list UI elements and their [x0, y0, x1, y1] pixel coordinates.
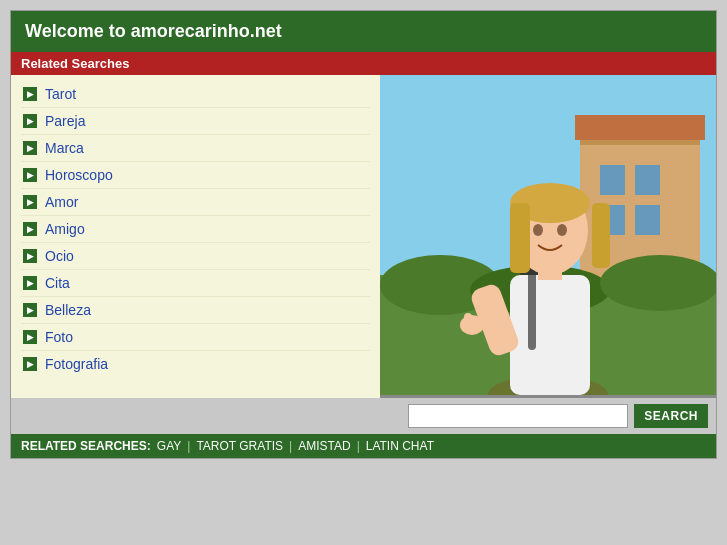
- arrow-icon: ▶: [23, 357, 37, 371]
- footer-links-container: GAY|TAROT GRATIS|AMISTAD|LATIN CHAT: [157, 439, 434, 453]
- link-belleza[interactable]: Belleza: [45, 302, 91, 318]
- arrow-icon: ▶: [23, 330, 37, 344]
- svg-point-21: [557, 224, 567, 236]
- footer-link-amistad[interactable]: AMISTAD: [298, 439, 350, 453]
- arrow-icon: ▶: [23, 114, 37, 128]
- arrow-icon: ▶: [23, 87, 37, 101]
- search-button[interactable]: SEARCH: [634, 404, 708, 428]
- list-item: ▶Horoscopo: [21, 162, 370, 189]
- list-item: ▶Marca: [21, 135, 370, 162]
- svg-point-20: [533, 224, 543, 236]
- link-fotografia[interactable]: Fotografia: [45, 356, 108, 372]
- list-item: ▶Cita: [21, 270, 370, 297]
- related-searches-label: Related Searches: [21, 56, 129, 71]
- list-item: ▶Fotografia: [21, 351, 370, 377]
- link-horoscopo[interactable]: Horoscopo: [45, 167, 113, 183]
- list-item: ▶Foto: [21, 324, 370, 351]
- arrow-icon: ▶: [23, 222, 37, 236]
- footer-link-gay[interactable]: GAY: [157, 439, 181, 453]
- footer-link-latin-chat[interactable]: LATIN CHAT: [366, 439, 434, 453]
- footer-link-tarot-gratis[interactable]: TAROT GRATIS: [196, 439, 283, 453]
- list-item: ▶Amor: [21, 189, 370, 216]
- svg-rect-19: [592, 203, 610, 268]
- svg-rect-24: [464, 313, 472, 333]
- link-pareja[interactable]: Pareja: [45, 113, 85, 129]
- photo-svg: [380, 75, 716, 395]
- svg-rect-4: [575, 115, 705, 140]
- list-item: ▶Belleza: [21, 297, 370, 324]
- svg-rect-8: [635, 205, 660, 235]
- search-bar-row: SEARCH: [11, 398, 716, 434]
- main-container: Welcome to amorecarinho.net Related Sear…: [10, 10, 717, 459]
- list-item: ▶Tarot: [21, 81, 370, 108]
- arrow-icon: ▶: [23, 276, 37, 290]
- right-photo: [380, 75, 716, 398]
- link-marca[interactable]: Marca: [45, 140, 84, 156]
- footer-label: RELATED SEARCHES:: [21, 439, 151, 453]
- link-tarot[interactable]: Tarot: [45, 86, 76, 102]
- arrow-icon: ▶: [23, 195, 37, 209]
- link-cita[interactable]: Cita: [45, 275, 70, 291]
- list-item: ▶Amigo: [21, 216, 370, 243]
- svg-rect-14: [510, 275, 590, 395]
- left-links: ▶Tarot▶Pareja▶Marca▶Horoscopo▶Amor▶Amigo…: [11, 75, 380, 398]
- svg-point-11: [600, 255, 716, 311]
- list-item: ▶Pareja: [21, 108, 370, 135]
- related-searches-bar: Related Searches: [11, 52, 716, 75]
- header-bar: Welcome to amorecarinho.net: [11, 11, 716, 52]
- arrow-icon: ▶: [23, 303, 37, 317]
- arrow-icon: ▶: [23, 141, 37, 155]
- link-foto[interactable]: Foto: [45, 329, 73, 345]
- svg-rect-6: [635, 165, 660, 195]
- svg-rect-5: [600, 165, 625, 195]
- list-item: ▶Ocio: [21, 243, 370, 270]
- link-amigo[interactable]: Amigo: [45, 221, 85, 237]
- footer-separator: |: [357, 439, 360, 453]
- link-amor[interactable]: Amor: [45, 194, 78, 210]
- search-input[interactable]: [408, 404, 628, 428]
- footer-bar: RELATED SEARCHES: GAY|TAROT GRATIS|AMIST…: [11, 434, 716, 458]
- footer-separator: |: [187, 439, 190, 453]
- svg-rect-18: [510, 203, 530, 273]
- content-area: ▶Tarot▶Pareja▶Marca▶Horoscopo▶Amor▶Amigo…: [11, 75, 716, 398]
- svg-rect-25: [528, 270, 536, 350]
- header-title: Welcome to amorecarinho.net: [25, 21, 282, 41]
- footer-separator: |: [289, 439, 292, 453]
- arrow-icon: ▶: [23, 249, 37, 263]
- arrow-icon: ▶: [23, 168, 37, 182]
- link-ocio[interactable]: Ocio: [45, 248, 74, 264]
